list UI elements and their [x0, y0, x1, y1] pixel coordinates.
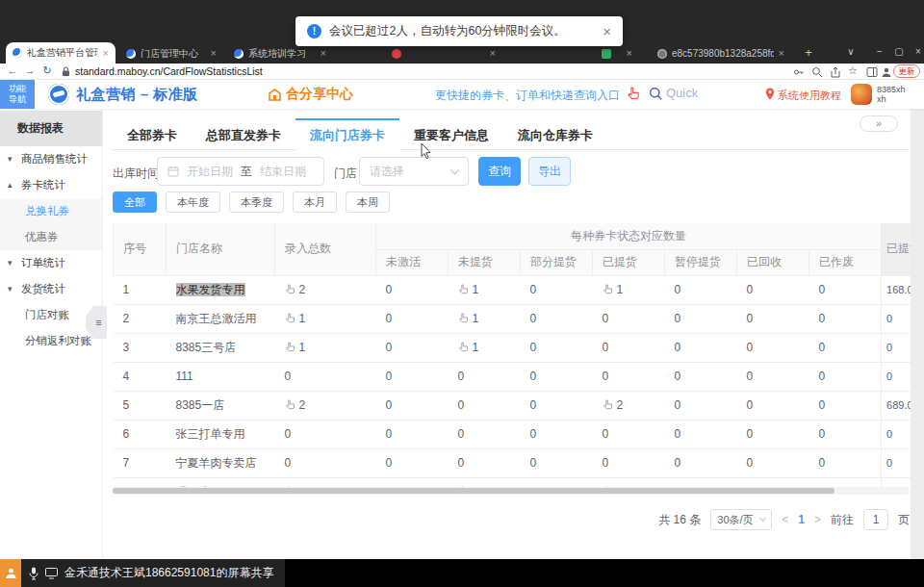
export-button[interactable]: 导出	[528, 157, 571, 186]
browser-tab[interactable]: 门店管理中心×	[119, 43, 223, 64]
browser-tab[interactable]: ×	[385, 43, 502, 64]
share-center-link[interactable]: 合分享中心	[268, 86, 353, 103]
sidebar-item-label: 发货统计	[21, 283, 65, 294]
cell-amount: 0	[882, 362, 911, 391]
window-maximize-button[interactable]: ▢	[891, 44, 907, 60]
sidebar-item-优惠券[interactable]: 优惠券	[0, 224, 102, 250]
column-header: 门店名称	[167, 223, 275, 275]
cell-store-name: 111	[167, 362, 275, 391]
forward-icon[interactable]: →	[23, 64, 37, 76]
cell-status: 0	[737, 275, 809, 304]
pointing-hand-icon	[285, 284, 295, 294]
cell-status: 0	[521, 448, 593, 477]
tab-search-chevron-icon[interactable]: ∨	[843, 44, 859, 60]
panel-collapse-button[interactable]: »	[860, 115, 898, 132]
scrollbar-thumb[interactable]	[113, 488, 834, 494]
quick-label[interactable]: Quick	[666, 86, 698, 100]
tab-流向门店券卡[interactable]: 流向门店券卡	[295, 118, 399, 150]
zoom-icon[interactable]	[811, 66, 823, 78]
sidebar-item-订单统计[interactable]: ▾订单统计	[0, 250, 102, 276]
sidebar-item-商品销售统计[interactable]: ▾商品销售统计	[0, 146, 102, 172]
cell-status: 0	[809, 477, 882, 487]
side-panel-icon[interactable]	[866, 66, 878, 78]
prev-page-button[interactable]: <	[782, 513, 788, 526]
date-range-input[interactable]: 开始日期 至 结束日期	[157, 157, 324, 186]
browser-tab[interactable]: e8c573980b1328a258fd2e6×	[651, 43, 791, 64]
cell-status: 0	[737, 420, 809, 448]
window-close-button[interactable]: ×	[911, 44, 924, 60]
new-tab-button[interactable]: +	[801, 45, 816, 61]
page-size-select[interactable]: 30条/页	[710, 509, 772, 530]
cell-total: 0	[275, 362, 376, 391]
caret-icon: ▾	[8, 276, 13, 302]
sidebar: 数据报表 ▾商品销售统计▴券卡统计兑换礼券优惠券▾订单统计▾发货统计门店对账分销…	[0, 109, 103, 559]
tab-close-icon[interactable]: ×	[779, 48, 784, 59]
tab-总部直发券卡[interactable]: 总部直发券卡	[192, 118, 295, 150]
browser-tab[interactable]: 礼盒营销平台管理中心×	[6, 42, 116, 64]
window-minimize-button[interactable]: −	[872, 44, 887, 60]
tab-重要客户信息[interactable]: 重要客户信息	[399, 118, 503, 150]
tab-close-icon[interactable]: ×	[321, 48, 326, 59]
share-center-label: 合分享中心	[286, 86, 353, 103]
cell-no: 2	[114, 304, 167, 333]
next-page-button[interactable]: >	[814, 513, 821, 526]
cell-status: 0	[737, 448, 809, 477]
quick-filter-本季度[interactable]: 本季度	[229, 191, 284, 213]
sidebar-item-券卡统计[interactable]: ▴券卡统计	[0, 172, 102, 198]
toast-close-icon[interactable]: ×	[603, 24, 611, 38]
link-count[interactable]: 1	[473, 312, 479, 325]
quick-search-icon[interactable]	[649, 87, 663, 101]
sidebar-item-分销返利对账[interactable]: 分销返利对账	[0, 328, 102, 354]
store-select[interactable]: 请选择	[359, 157, 469, 186]
current-page[interactable]: 1	[798, 513, 805, 526]
tab-流向仓库券卡[interactable]: 流向仓库券卡	[503, 118, 607, 150]
tab-close-icon[interactable]: ×	[490, 48, 496, 59]
back-icon[interactable]: ←	[6, 64, 19, 76]
sidebar-item-兑换礼券[interactable]: 兑换礼券	[0, 198, 102, 224]
function-nav-button[interactable]: 功能 导航	[0, 80, 35, 109]
goto-page-input[interactable]	[863, 509, 888, 530]
quick-entry-link[interactable]: 更快捷的券卡、订单和快递查询入口	[435, 88, 620, 104]
search-button[interactable]: 查询	[478, 157, 521, 186]
browser-update-button[interactable]: 更新 ⋮	[893, 64, 920, 78]
user-avatar[interactable]	[851, 84, 872, 105]
quick-filter-全部[interactable]: 全部	[113, 191, 157, 213]
cell-status: 0	[665, 362, 737, 391]
tab-全部券卡[interactable]: 全部券卡	[113, 118, 192, 150]
link-count[interactable]: 1	[299, 341, 306, 354]
link-count[interactable]: 2	[617, 398, 624, 412]
bookmark-star-icon[interactable]: ☆	[848, 64, 858, 77]
reload-icon[interactable]: ↻	[40, 64, 54, 77]
store-name: 水果发货专用	[176, 283, 245, 296]
link-count[interactable]: 1	[473, 341, 479, 354]
cell-total: 1	[275, 304, 376, 333]
cell-status: 0	[376, 420, 449, 448]
info-icon: !	[307, 24, 321, 38]
link-count[interactable]: 2	[299, 283, 306, 296]
browser-tab[interactable]: 系统培训学习×	[227, 43, 333, 64]
link-count[interactable]: 1	[617, 283, 624, 296]
quick-filter-本月[interactable]: 本月	[293, 191, 337, 213]
quick-filter-本周[interactable]: 本周	[346, 191, 390, 213]
profile-icon[interactable]	[881, 66, 892, 78]
key-icon[interactable]	[793, 66, 805, 78]
tab-close-icon[interactable]: ×	[211, 48, 217, 59]
link-count[interactable]: 2	[299, 398, 306, 412]
share-icon[interactable]	[830, 66, 841, 78]
horizontal-scrollbar[interactable]	[113, 487, 910, 495]
browser-tab[interactable]: ×	[595, 43, 639, 64]
link-count[interactable]: 1	[299, 312, 306, 325]
app-header: 功能 导航 礼盒营销 – 标准版 合分享中心 更快捷的券卡、订单和快递查询入口 …	[0, 80, 924, 109]
cell-status: 0	[737, 304, 809, 333]
quick-filter-本年度[interactable]: 本年度	[166, 191, 220, 213]
link-count[interactable]: 1	[473, 283, 479, 296]
cell-status: 0	[737, 477, 809, 487]
cell-amount: 0	[882, 448, 911, 477]
tab-close-icon[interactable]: ×	[103, 48, 109, 59]
tab-close-icon[interactable]: ×	[627, 48, 632, 59]
sidebar-item-发货统计[interactable]: ▾发货统计	[0, 276, 102, 302]
url-field[interactable]: standard.maboy.cn/CardFlowStatisticsList	[75, 65, 263, 77]
sidebar-item-label: 分销返利对账	[25, 335, 91, 346]
cell-status: 0	[665, 333, 737, 362]
tutorial-link[interactable]: 系统使用教程	[778, 89, 841, 103]
